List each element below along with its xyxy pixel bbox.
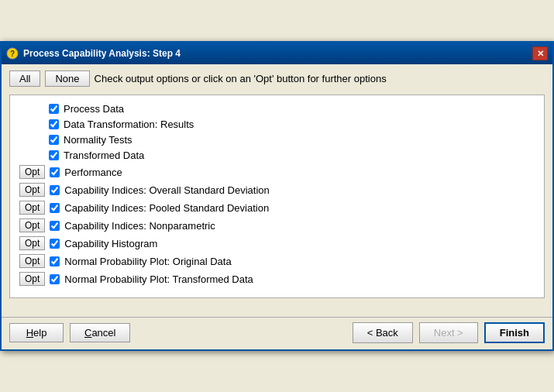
option-row-capability-histogram: Opt Capability Histogram	[19, 236, 535, 250]
checkbox-transformed-data[interactable]	[49, 150, 59, 160]
label-normality-tests: Normality Tests	[64, 134, 132, 146]
option-row-capability-overall: Opt Capability Indices: Overall Standard…	[19, 183, 535, 197]
opt-button-capability-pooled[interactable]: Opt	[19, 201, 45, 215]
help-button[interactable]: Help	[9, 323, 64, 342]
option-row-process-data: Process Data	[19, 103, 535, 115]
option-row-normal-prob-transformed: Opt Normal Probability Plot: Transformed…	[19, 272, 535, 286]
opt-button-capability-overall[interactable]: Opt	[19, 183, 45, 197]
label-capability-pooled: Capability Indices: Pooled Standard Devi…	[64, 202, 269, 214]
next-label: Next >	[434, 327, 463, 339]
option-row-normality-tests: Normality Tests	[19, 134, 535, 146]
label-capability-nonparametric: Capability Indices: Nonparametric	[64, 220, 215, 232]
title-bar: ? Process Capability Analysis: Step 4 ✕	[2, 43, 552, 64]
checkbox-normal-prob-transformed[interactable]	[50, 274, 60, 284]
bottom-bar: Help Cancel < Back Next > Finish	[2, 317, 552, 349]
opt-button-performance[interactable]: Opt	[19, 165, 45, 179]
all-button[interactable]: All	[9, 70, 40, 87]
opt-button-capability-nonparametric[interactable]: Opt	[19, 218, 45, 232]
close-button[interactable]: ✕	[532, 46, 548, 60]
checkbox-process-data[interactable]	[49, 104, 59, 114]
instruction-text: Check output options or click on an 'Opt…	[95, 73, 387, 84]
label-capability-overall: Capability Indices: Overall Standard Dev…	[64, 184, 269, 196]
label-performance: Performance	[64, 167, 122, 178]
option-row-normal-prob-original: Opt Normal Probability Plot: Original Da…	[19, 254, 535, 268]
options-area: Process Data Data Transformation: Result…	[9, 95, 545, 298]
app-icon: ?	[6, 47, 19, 60]
next-button: Next >	[419, 322, 478, 343]
bottom-left-buttons: Help Cancel	[9, 323, 130, 342]
opt-button-normal-prob-original[interactable]: Opt	[19, 254, 45, 268]
back-label: < Back	[367, 327, 398, 339]
checkbox-capability-histogram[interactable]	[50, 239, 60, 249]
checkbox-performance[interactable]	[50, 167, 60, 177]
label-capability-histogram: Capability Histogram	[64, 238, 157, 249]
label-data-transformation: Data Transformation: Results	[64, 119, 194, 130]
label-normal-prob-original: Normal Probability Plot: Original Data	[64, 256, 231, 267]
label-transformed-data: Transformed Data	[64, 150, 144, 161]
label-normal-prob-transformed: Normal Probability Plot: Transformed Dat…	[64, 273, 253, 285]
option-row-data-transformation: Data Transformation: Results	[19, 119, 535, 130]
option-row-capability-pooled: Opt Capability Indices: Pooled Standard …	[19, 201, 535, 215]
window-title: Process Capability Analysis: Step 4	[23, 48, 181, 59]
checkbox-normality-tests[interactable]	[49, 135, 59, 145]
checkbox-data-transformation[interactable]	[49, 119, 59, 129]
checkbox-capability-overall[interactable]	[50, 185, 60, 195]
main-window: ? Process Capability Analysis: Step 4 ✕ …	[0, 41, 554, 351]
option-row-performance: Opt Performance	[19, 165, 535, 179]
option-row-capability-nonparametric: Opt Capability Indices: Nonparametric	[19, 218, 535, 232]
checkbox-capability-pooled[interactable]	[50, 203, 60, 213]
opt-button-capability-histogram[interactable]: Opt	[19, 236, 45, 250]
option-row-transformed-data: Transformed Data	[19, 150, 535, 161]
content-area: All None Check output options or click o…	[2, 64, 552, 314]
checkbox-normal-prob-original[interactable]	[50, 256, 60, 266]
cancel-button[interactable]: Cancel	[70, 323, 130, 342]
finish-button[interactable]: Finish	[484, 322, 545, 343]
none-button[interactable]: None	[45, 70, 89, 87]
bottom-right-buttons: < Back Next > Finish	[353, 322, 545, 343]
opt-button-normal-prob-transformed[interactable]: Opt	[19, 272, 45, 286]
top-bar: All None Check output options or click o…	[9, 70, 545, 87]
svg-text:?: ?	[10, 50, 15, 58]
label-process-data: Process Data	[64, 103, 124, 115]
checkbox-capability-nonparametric[interactable]	[50, 221, 60, 231]
back-button[interactable]: < Back	[353, 322, 413, 343]
